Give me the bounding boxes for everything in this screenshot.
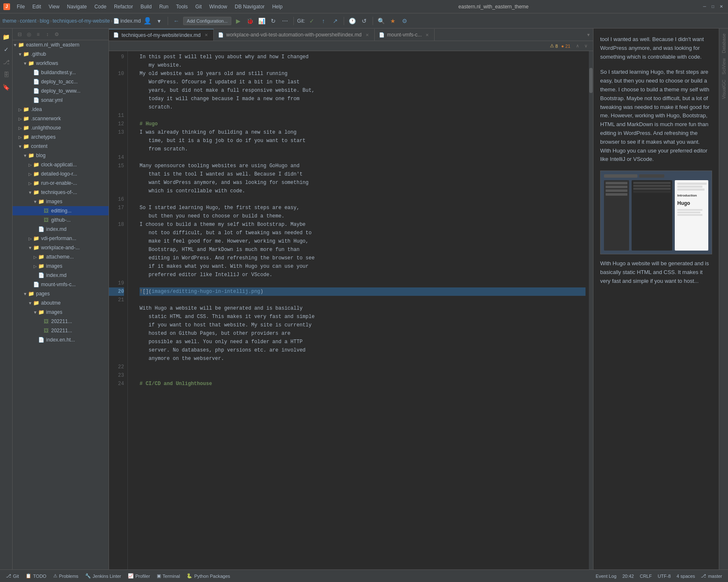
tree-pages-folder[interactable]: ▼ 📁 pages — [13, 289, 109, 298]
dropdown-arrow[interactable]: ▾ — [154, 16, 164, 26]
menu-window[interactable]: Window — [206, 3, 231, 10]
sidebar-db-icon[interactable]: 🗄 — [1, 70, 11, 80]
add-config-button[interactable]: Add Configuration... — [183, 17, 231, 25]
tree-idea-folder[interactable]: ▷ 📁 .idea — [13, 105, 109, 114]
git-check-icon[interactable]: ✓ — [307, 16, 317, 26]
sidebar-bookmarks-icon[interactable]: 🔖 — [1, 82, 11, 92]
prev-warning-btn[interactable]: ∧ — [574, 42, 581, 50]
status-python-btn[interactable]: 🐍 Python Packages — [184, 570, 233, 582]
breadcrumb-theme[interactable]: theme — [3, 18, 16, 24]
tree-clock-folder[interactable]: ▷ 📁 clock-applicati... — [13, 160, 109, 169]
minimize-button[interactable]: ─ — [701, 3, 708, 10]
bookmark-icon-btn[interactable]: ★ — [388, 16, 398, 26]
menu-dbnavigator[interactable]: DB Navigator — [231, 3, 268, 10]
tree-detailed-folder[interactable]: ▷ 📁 detailed-logo-r... — [13, 169, 109, 178]
collapse-all-icon[interactable]: ⊟ — [16, 31, 23, 38]
tree-2022110-file[interactable]: ▷ 🖼 202211... — [13, 317, 109, 326]
tree-editting-file[interactable]: ▷ 🖼 editting... — [13, 206, 109, 215]
maximize-button[interactable]: □ — [710, 3, 716, 10]
sort-icon[interactable]: ↕ — [44, 31, 51, 38]
right-sidebar-sciview[interactable]: SciView — [720, 57, 727, 76]
search-icon-btn[interactable]: 🔍 — [376, 16, 386, 26]
editor-scrollbar-thumb[interactable] — [589, 68, 593, 93]
editor-scrollbar[interactable] — [589, 51, 593, 569]
right-sidebar-visualgc[interactable]: VisualGC — [720, 78, 727, 101]
tree-blog-folder[interactable]: ▼ 📁 blog — [13, 151, 109, 160]
tree-index-en-html-file[interactable]: ▷ 📄 index.en.ht... — [13, 335, 109, 344]
sidebar-project-icon[interactable]: 📁 — [1, 32, 11, 42]
revert-icon-btn[interactable]: ↺ — [359, 16, 369, 26]
tree-archetypes-folder[interactable]: ▷ 📁 archetypes — [13, 132, 109, 142]
status-branch[interactable]: ⎇ master — [698, 570, 725, 582]
settings-file-tree-icon[interactable]: ⚙ — [53, 31, 60, 38]
settings-icon-btn[interactable]: ⚙ — [400, 16, 410, 26]
tree-buildtest-file[interactable]: ▷ 📄 buildandtest.y... — [13, 68, 109, 77]
status-jenkins-btn[interactable]: 🔧 Jenkins Linter — [83, 570, 124, 582]
status-problems-btn[interactable]: ⚠ Problems — [51, 570, 81, 582]
menu-edit[interactable]: Edit — [29, 3, 44, 10]
sidebar-pullreq-icon[interactable]: ⎇ — [1, 57, 11, 67]
tree-scanner-folder[interactable]: ▷ 📁 .scannerwork — [13, 114, 109, 123]
tab-more-button[interactable]: ▾ — [584, 29, 593, 41]
tab-close-2[interactable]: ✕ — [364, 32, 370, 38]
filter-icon[interactable]: ≡ — [34, 31, 42, 38]
tree-sonar-file[interactable]: ▷ 📄 sonar.yml — [13, 96, 109, 105]
tree-workflows-folder[interactable]: ▼ 📁 workflows — [13, 59, 109, 68]
code-editor[interactable]: In this post I will tell you about why a… — [136, 51, 589, 569]
menu-file[interactable]: File — [13, 3, 28, 10]
breadcrumb-techniques[interactable]: techniques-of-my-website — [52, 18, 110, 24]
menu-run[interactable]: Run — [156, 3, 172, 10]
tree-images-sub-folder[interactable]: ▷ 📁 images — [13, 261, 109, 271]
status-line-ending[interactable]: CRLF — [637, 570, 654, 582]
tab-workplace[interactable]: 📄 workplace-and-vdi-test-automation-with… — [214, 29, 375, 41]
back-icon-btn[interactable]: ← — [171, 16, 181, 26]
tree-attacheme-folder[interactable]: ▷ 📁 attacheme... — [13, 252, 109, 261]
tab-close-3[interactable]: ✕ — [424, 32, 430, 38]
menu-git[interactable]: Git — [192, 3, 205, 10]
menu-code[interactable]: Code — [91, 3, 110, 10]
status-todo-btn[interactable]: 📋 TODO — [23, 570, 49, 582]
tree-root[interactable]: ▼ 📁 eastern.nl_with_eastern — [13, 40, 109, 49]
tree-workplace-folder[interactable]: ▼ 📁 workplace-and-... — [13, 243, 109, 252]
breadcrumb-file[interactable]: 📄 — [113, 18, 119, 24]
tree-unlighthouse-folder[interactable]: ▷ 📁 .unlighthouse — [13, 123, 109, 132]
status-encoding[interactable]: UTF-8 — [655, 570, 673, 582]
tree-images-inner-folder[interactable]: ▼ 📁 images — [13, 197, 109, 206]
locate-file-icon[interactable]: ◎ — [25, 31, 33, 38]
tree-techniques-folder[interactable]: ▼ 📁 techniques-of-... — [13, 188, 109, 197]
status-event-log-btn[interactable]: Event Log — [593, 570, 619, 582]
tree-deployacc-file[interactable]: ▷ 📄 deploy_to_acc... — [13, 77, 109, 86]
history-icon-btn[interactable]: 🕐 — [347, 16, 358, 26]
tree-deploywww-file[interactable]: ▷ 📄 deploy_to_www... — [13, 86, 109, 96]
tree-run-folder[interactable]: ▷ 📁 run-or-enable-... — [13, 178, 109, 188]
menu-view[interactable]: View — [45, 3, 63, 10]
breadcrumb-content[interactable]: content — [20, 18, 36, 24]
menu-tools[interactable]: Tools — [173, 3, 191, 10]
tab-close-1[interactable]: ✕ — [203, 32, 209, 38]
menu-help[interactable]: Help — [269, 3, 286, 10]
tree-2022111-file[interactable]: ▷ 🖼 202211... — [13, 326, 109, 335]
tree-content-folder[interactable]: ▼ 📁 content — [13, 142, 109, 151]
breadcrumb-blog[interactable]: blog — [40, 18, 49, 24]
tree-github-img-file[interactable]: ▷ 🖼 github-... — [13, 215, 109, 225]
user-icon-btn[interactable]: 👤 — [142, 16, 153, 26]
tree-mount-file[interactable]: ▷ 📄 mount-vmfs-c... — [13, 280, 109, 289]
sidebar-commit-icon[interactable]: ✓ — [1, 44, 11, 54]
status-terminal-btn[interactable]: ▣ Terminal — [154, 570, 183, 582]
more-icon-btn[interactable]: ⋯ — [280, 16, 290, 26]
menu-refactor[interactable]: Refactor — [111, 3, 136, 10]
tree-github-folder[interactable]: ▼ 📁 .github — [13, 49, 109, 59]
status-indent[interactable]: 4 spaces — [674, 570, 697, 582]
close-button[interactable]: ✕ — [718, 3, 725, 10]
tab-index-md[interactable]: 📄 techniques-of-my-website\index.md ✕ — [109, 29, 214, 41]
tree-aboutme-folder[interactable]: ▼ 📁 aboutme — [13, 298, 109, 308]
git-pull-icon[interactable]: ↗ — [330, 16, 340, 26]
next-warning-btn[interactable]: ∨ — [582, 42, 590, 50]
run-icon-btn[interactable]: ▶ — [233, 16, 243, 26]
git-push-icon[interactable]: ↑ — [319, 16, 329, 26]
tab-mount[interactable]: 📄 mount-vmfs-c... ✕ — [375, 29, 435, 41]
refresh-icon-btn[interactable]: ↻ — [268, 16, 278, 26]
status-git-btn[interactable]: ⎇ Git — [3, 570, 21, 582]
tree-index-md-file[interactable]: ▷ 📄 index.md — [13, 225, 109, 234]
tree-index-md2-file[interactable]: ▷ 📄 index.md — [13, 271, 109, 280]
